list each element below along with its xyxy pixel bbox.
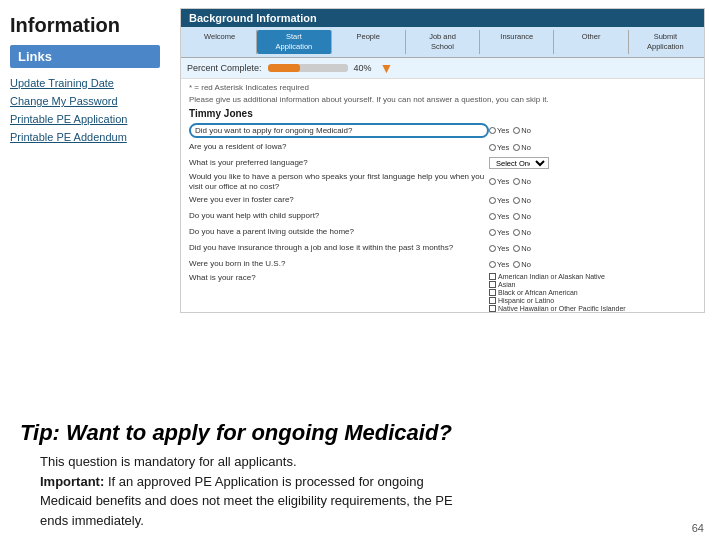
- radio-yes[interactable]: [489, 127, 496, 134]
- checkbox-hispanic[interactable]: [489, 297, 496, 304]
- radio-yes-foster[interactable]: [489, 197, 496, 204]
- required-note: * = red Asterisk Indicates required: [189, 83, 696, 92]
- race-option-hispanic: Hispanic or Latino: [489, 297, 626, 304]
- step-submit[interactable]: SubmitApplication: [629, 30, 702, 54]
- race-label-pacific: Native Hawaiian or Other Pacific Islande…: [498, 305, 626, 312]
- arrow-indicator: ▼: [380, 60, 394, 76]
- radio-no-lh[interactable]: [513, 178, 520, 185]
- race-option-aian: American Indian or Alaskan Native: [489, 273, 626, 280]
- form-row-foster: Were you ever in foster care? Yes No: [189, 193, 696, 207]
- checkbox-black[interactable]: [489, 289, 496, 296]
- applicant-name: Timmy Jones: [189, 108, 696, 119]
- question-race: What is your race?: [189, 273, 489, 283]
- radio-no-ins[interactable]: [513, 245, 520, 252]
- tip-line1: This question is mandatory for all appli…: [40, 454, 297, 469]
- race-option-asian: Asian: [489, 281, 626, 288]
- race-label-black: Black or African American: [498, 289, 578, 296]
- step-insurance[interactable]: Insurance: [480, 30, 554, 54]
- form-row-child-support: Do you want help with child support? Yes…: [189, 209, 696, 223]
- sidebar-link-update-training[interactable]: Update Training Date: [10, 76, 160, 90]
- sidebar-link-printable-pe[interactable]: Printable PE Application: [10, 112, 160, 126]
- question-medicaid: Did you want to apply for ongoing Medica…: [189, 123, 489, 139]
- form-row-iowa: Are you a resident of Iowa? Yes No: [189, 140, 696, 154]
- step-people[interactable]: People: [332, 30, 406, 54]
- step-welcome[interactable]: Welcome: [183, 30, 257, 54]
- radio-no-foster[interactable]: [513, 197, 520, 204]
- radio-no-cs[interactable]: [513, 213, 520, 220]
- step-start-application[interactable]: StartApplication: [257, 30, 331, 54]
- form-row-language: What is your preferred language? Select …: [189, 156, 696, 170]
- tip-line4: ends immediately.: [40, 513, 144, 528]
- step-job-school[interactable]: Job andSchool: [406, 30, 480, 54]
- tip-line3: Medicaid benefits and does not meet the …: [40, 493, 453, 508]
- percent-row: Percent Complete: 40% ▼: [181, 58, 704, 79]
- question-foster: Were you ever in foster care?: [189, 195, 489, 205]
- radio-no[interactable]: [513, 127, 520, 134]
- percent-label: Percent Complete:: [187, 63, 262, 73]
- bottom-tip-section: Tip: Want to apply for ongoing Medicaid?…: [0, 402, 720, 540]
- sidebar-link-printable-addendum[interactable]: Printable PE Addendum: [10, 130, 160, 144]
- question-language: What is your preferred language?: [189, 158, 489, 168]
- radio-yes-par[interactable]: [489, 229, 496, 236]
- race-label-asian: Asian: [498, 281, 516, 288]
- radio-yes-lh[interactable]: [489, 178, 496, 185]
- race-option-black: Black or African American: [489, 289, 626, 296]
- radio-yes-ins[interactable]: [489, 245, 496, 252]
- sidebar-links-label: Links: [10, 45, 160, 68]
- answer-language: Select One: [489, 157, 696, 169]
- answer-foster: Yes No: [489, 196, 696, 205]
- question-lang-helper: Would you like to have a person who spea…: [189, 172, 489, 191]
- radio-yes-iowa[interactable]: [489, 144, 496, 151]
- race-options: American Indian or Alaskan Native Asian …: [489, 273, 626, 313]
- question-child-support: Do you want help with child support?: [189, 211, 489, 221]
- step-other[interactable]: Other: [554, 30, 628, 54]
- bg-info-header: Background Information: [181, 9, 704, 27]
- answer-child-support: Yes No: [489, 212, 696, 221]
- radio-no-born[interactable]: [513, 261, 520, 268]
- question-parent: Do you have a parent living outside the …: [189, 227, 489, 237]
- answer-race: American Indian or Alaskan Native Asian …: [489, 273, 696, 313]
- radio-no-iowa[interactable]: [513, 144, 520, 151]
- radio-no-par[interactable]: [513, 229, 520, 236]
- checkbox-pacific[interactable]: [489, 305, 496, 312]
- sidebar-title: Information: [10, 14, 160, 37]
- question-insurance: Did you have insurance through a job and…: [189, 243, 489, 253]
- answer-iowa: Yes No: [489, 143, 696, 152]
- percent-bar: [268, 64, 348, 72]
- form-row-race: What is your race? American Indian or Al…: [189, 273, 696, 313]
- form-row-insurance: Did you have insurance through a job and…: [189, 241, 696, 255]
- form-row-lang-helper: Would you like to have a person who spea…: [189, 172, 696, 191]
- answer-born: Yes No: [489, 260, 696, 269]
- race-option-pacific: Native Hawaiian or Other Pacific Islande…: [489, 305, 626, 312]
- page-number: 64: [692, 522, 704, 534]
- race-label-aian: American Indian or Alaskan Native: [498, 273, 605, 280]
- tip-line2-bold: Important: If an approved PE Application…: [40, 474, 424, 489]
- question-iowa: Are you a resident of Iowa?: [189, 142, 489, 152]
- question-born: Were you born in the U.S.?: [189, 259, 489, 269]
- main-panel: Background Information Welcome StartAppl…: [180, 8, 705, 313]
- steps-bar: Welcome StartApplication People Job andS…: [181, 27, 704, 58]
- please-note: Please give us additional information ab…: [189, 95, 696, 104]
- radio-yes-born[interactable]: [489, 261, 496, 268]
- form-row-medicaid: Did you want to apply for ongoing Medica…: [189, 123, 696, 139]
- percent-bar-fill: [268, 64, 300, 72]
- tip-heading: Tip: Want to apply for ongoing Medicaid?: [20, 420, 700, 446]
- language-select[interactable]: Select One: [489, 157, 549, 169]
- answer-medicaid: Yes No: [489, 126, 696, 135]
- answer-insurance: Yes No: [489, 244, 696, 253]
- form-row-born: Were you born in the U.S.? Yes No: [189, 257, 696, 271]
- sidebar-link-change-password[interactable]: Change My Password: [10, 94, 160, 108]
- percent-value: 40%: [354, 63, 372, 73]
- checkbox-aian[interactable]: [489, 273, 496, 280]
- race-label-hispanic: Hispanic or Latino: [498, 297, 554, 304]
- checkbox-asian[interactable]: [489, 281, 496, 288]
- answer-lang-helper: Yes No: [489, 177, 696, 186]
- answer-parent: Yes No: [489, 228, 696, 237]
- tip-body: This question is mandatory for all appli…: [20, 452, 700, 530]
- form-area: * = red Asterisk Indicates required Plea…: [181, 79, 704, 314]
- form-row-parent: Do you have a parent living outside the …: [189, 225, 696, 239]
- radio-yes-cs[interactable]: [489, 213, 496, 220]
